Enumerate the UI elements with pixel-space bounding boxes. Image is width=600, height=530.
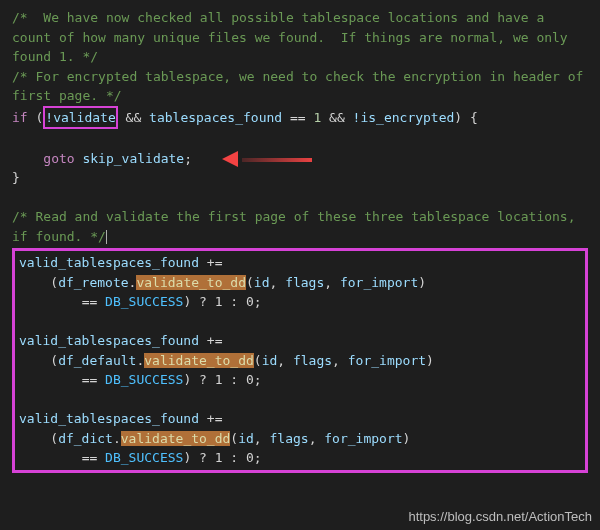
c1a: , — [269, 275, 285, 290]
lbrace: { — [470, 110, 478, 125]
c1b: , — [324, 275, 340, 290]
po: ( — [50, 275, 58, 290]
op-pluseq: += — [207, 255, 223, 270]
comment-1: /* We have now checked all possible tabl… — [12, 10, 576, 64]
method-validate-3: validate_to_dd — [121, 431, 231, 446]
po4: ( — [254, 353, 262, 368]
op-pluseq3: += — [207, 411, 223, 426]
dot3: . — [113, 431, 121, 446]
num-1: 1 — [313, 110, 321, 125]
db-success-1: DB_SUCCESS — [105, 294, 183, 309]
method-validate-2: validate_to_dd — [144, 353, 254, 368]
arg-id3: id — [238, 431, 254, 446]
pc3: ) — [426, 353, 434, 368]
not-encrypted: !is_encrypted — [353, 110, 455, 125]
op-pluseq2: += — [207, 333, 223, 348]
var-valid-ts-1: valid_tablespaces_found — [19, 255, 199, 270]
method-validate-1: validate_to_dd — [136, 275, 246, 290]
kw-if: if — [12, 110, 28, 125]
pc4: ) — [183, 372, 191, 387]
red-arrow-icon — [222, 152, 312, 166]
arg-id: id — [254, 275, 270, 290]
c2a: , — [277, 353, 293, 368]
paren-open: ( — [35, 110, 43, 125]
pc: ) — [418, 275, 426, 290]
comment-3: /* Read and validate the first page of t… — [12, 209, 583, 244]
ternary-1: ? 1 : 0; — [199, 294, 262, 309]
paren-close: ) — [454, 110, 462, 125]
pc2: ) — [183, 294, 191, 309]
arg-flags3: flags — [269, 431, 308, 446]
watermark: https://blog.csdn.net/ActionTech — [408, 507, 592, 527]
pc6: ) — [183, 450, 191, 465]
arg-import2: for_import — [348, 353, 426, 368]
var-valid-ts-2: valid_tablespaces_found — [19, 333, 199, 348]
arg-id2: id — [262, 353, 278, 368]
kw-goto: goto — [43, 151, 74, 166]
c2b: , — [332, 353, 348, 368]
not-validate: !validate — [45, 110, 115, 125]
po6: ( — [230, 431, 238, 446]
po2: ( — [246, 275, 254, 290]
op-and2: && — [329, 110, 345, 125]
comment-2: /* For encrypted tablespace, we need to … — [12, 69, 591, 104]
c3b: , — [309, 431, 325, 446]
arg-import3: for_import — [324, 431, 402, 446]
text-cursor — [106, 230, 107, 244]
df-dict: df_dict — [58, 431, 113, 446]
ternary-2: ? 1 : 0; — [199, 372, 262, 387]
op-and: && — [126, 110, 142, 125]
var-ts-found: tablespaces_found — [149, 110, 282, 125]
db-success-2: DB_SUCCESS — [105, 372, 183, 387]
rbrace: } — [12, 170, 20, 185]
op-eq: == — [290, 110, 306, 125]
ternary-3: ? 1 : 0; — [199, 450, 262, 465]
arg-flags: flags — [285, 275, 324, 290]
db-success-3: DB_SUCCESS — [105, 450, 183, 465]
eq3: == — [82, 372, 98, 387]
arg-flags2: flags — [293, 353, 332, 368]
semi: ; — [184, 151, 192, 166]
code-block: /* We have now checked all possible tabl… — [12, 8, 588, 473]
var-valid-ts-3: valid_tablespaces_found — [19, 411, 199, 426]
pc5: ) — [403, 431, 411, 446]
highlight-validation-block: valid_tablespaces_found += (df_remote.va… — [12, 248, 588, 473]
df-default: df_default — [58, 353, 136, 368]
label-skip: skip_validate — [82, 151, 184, 166]
po5: ( — [50, 431, 58, 446]
c3a: , — [254, 431, 270, 446]
highlight-not-validate: !validate — [43, 106, 117, 130]
eq4: == — [82, 450, 98, 465]
arg-import: for_import — [340, 275, 418, 290]
df-remote: df_remote — [58, 275, 128, 290]
po3: ( — [50, 353, 58, 368]
eq2: == — [82, 294, 98, 309]
